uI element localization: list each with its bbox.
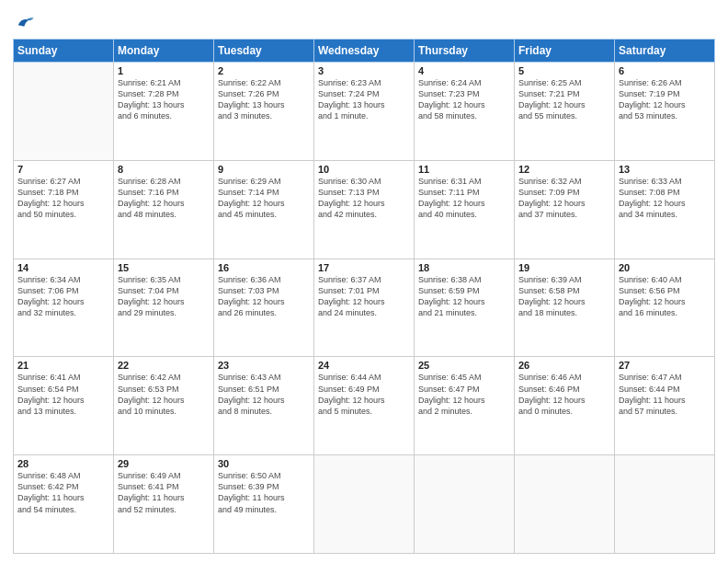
calendar-cell: 2Sunrise: 6:22 AM Sunset: 7:26 PM Daylig… — [214, 63, 314, 161]
calendar-cell: 4Sunrise: 6:24 AM Sunset: 7:23 PM Daylig… — [415, 63, 515, 161]
calendar-week-3: 14Sunrise: 6:34 AM Sunset: 7:06 PM Dayli… — [14, 259, 715, 357]
cell-day-number: 19 — [518, 262, 610, 273]
calendar-cell: 23Sunrise: 6:43 AM Sunset: 6:51 PM Dayli… — [214, 357, 314, 455]
cell-day-number: 23 — [218, 360, 310, 371]
cell-info: Sunrise: 6:50 AM Sunset: 6:39 PM Dayligh… — [218, 470, 310, 515]
calendar-cell — [314, 455, 415, 554]
calendar-cell — [615, 455, 715, 554]
calendar-week-4: 21Sunrise: 6:41 AM Sunset: 6:54 PM Dayli… — [14, 357, 715, 455]
cell-info: Sunrise: 6:46 AM Sunset: 6:46 PM Dayligh… — [518, 372, 610, 417]
calendar-cell: 18Sunrise: 6:38 AM Sunset: 6:59 PM Dayli… — [415, 259, 515, 357]
cell-day-number: 18 — [418, 262, 510, 273]
header-row — [13, 9, 715, 33]
cell-day-number: 14 — [17, 262, 109, 273]
cell-day-number: 20 — [619, 262, 711, 273]
cell-day-number: 29 — [118, 458, 210, 469]
cell-info: Sunrise: 6:28 AM Sunset: 7:16 PM Dayligh… — [118, 176, 210, 221]
cell-day-number: 12 — [518, 164, 610, 175]
cell-info: Sunrise: 6:39 AM Sunset: 6:58 PM Dayligh… — [518, 274, 610, 319]
calendar-cell — [415, 455, 515, 554]
cell-day-number: 26 — [518, 360, 610, 371]
cell-day-number: 11 — [418, 164, 510, 175]
calendar-cell: 1Sunrise: 6:21 AM Sunset: 7:28 PM Daylig… — [114, 63, 214, 161]
cell-info: Sunrise: 6:26 AM Sunset: 7:19 PM Dayligh… — [619, 77, 711, 122]
cell-info: Sunrise: 6:49 AM Sunset: 6:41 PM Dayligh… — [118, 470, 210, 515]
calendar-header-tuesday: Tuesday — [214, 40, 314, 63]
cell-day-number: 8 — [118, 164, 210, 175]
calendar-cell: 7Sunrise: 6:27 AM Sunset: 7:18 PM Daylig… — [14, 160, 114, 259]
calendar-cell: 14Sunrise: 6:34 AM Sunset: 7:06 PM Dayli… — [14, 259, 114, 357]
cell-day-number: 16 — [218, 262, 310, 273]
cell-day-number: 5 — [518, 65, 610, 76]
calendar-cell: 24Sunrise: 6:44 AM Sunset: 6:49 PM Dayli… — [314, 357, 415, 455]
cell-info: Sunrise: 6:36 AM Sunset: 7:03 PM Dayligh… — [218, 274, 310, 319]
calendar-cell: 16Sunrise: 6:36 AM Sunset: 7:03 PM Dayli… — [214, 259, 314, 357]
calendar-header-monday: Monday — [114, 40, 214, 63]
cell-info: Sunrise: 6:38 AM Sunset: 6:59 PM Dayligh… — [418, 274, 510, 319]
cell-day-number: 7 — [17, 164, 109, 175]
cell-day-number: 27 — [619, 360, 711, 371]
cell-info: Sunrise: 6:40 AM Sunset: 6:56 PM Dayligh… — [619, 274, 711, 319]
calendar-header-row: SundayMondayTuesdayWednesdayThursdayFrid… — [14, 40, 715, 63]
calendar-cell: 11Sunrise: 6:31 AM Sunset: 7:11 PM Dayli… — [415, 160, 515, 259]
calendar-header-saturday: Saturday — [615, 40, 715, 63]
calendar-cell: 27Sunrise: 6:47 AM Sunset: 6:44 PM Dayli… — [615, 357, 715, 455]
cell-day-number: 1 — [118, 65, 210, 76]
calendar-cell: 25Sunrise: 6:45 AM Sunset: 6:47 PM Dayli… — [415, 357, 515, 455]
cell-info: Sunrise: 6:30 AM Sunset: 7:13 PM Dayligh… — [318, 176, 410, 221]
calendar-cell: 22Sunrise: 6:42 AM Sunset: 6:53 PM Dayli… — [114, 357, 214, 455]
cell-day-number: 21 — [17, 360, 109, 371]
cell-day-number: 2 — [218, 65, 310, 76]
calendar-header-friday: Friday — [515, 40, 615, 63]
logo — [13, 13, 35, 33]
calendar-week-2: 7Sunrise: 6:27 AM Sunset: 7:18 PM Daylig… — [14, 160, 715, 259]
cell-info: Sunrise: 6:45 AM Sunset: 6:47 PM Dayligh… — [418, 372, 510, 417]
calendar-cell: 15Sunrise: 6:35 AM Sunset: 7:04 PM Dayli… — [114, 259, 214, 357]
cell-day-number: 4 — [418, 65, 510, 76]
cell-day-number: 28 — [17, 458, 109, 469]
calendar-cell: 20Sunrise: 6:40 AM Sunset: 6:56 PM Dayli… — [615, 259, 715, 357]
cell-info: Sunrise: 6:33 AM Sunset: 7:08 PM Dayligh… — [619, 176, 711, 221]
calendar-cell — [515, 455, 615, 554]
cell-info: Sunrise: 6:41 AM Sunset: 6:54 PM Dayligh… — [17, 372, 109, 417]
cell-info: Sunrise: 6:27 AM Sunset: 7:18 PM Dayligh… — [17, 176, 109, 221]
cell-info: Sunrise: 6:25 AM Sunset: 7:21 PM Dayligh… — [518, 77, 610, 122]
cell-info: Sunrise: 6:48 AM Sunset: 6:42 PM Dayligh… — [17, 470, 109, 515]
cell-day-number: 9 — [218, 164, 310, 175]
calendar-header-thursday: Thursday — [415, 40, 515, 63]
cell-day-number: 17 — [318, 262, 410, 273]
calendar-cell: 5Sunrise: 6:25 AM Sunset: 7:21 PM Daylig… — [515, 63, 615, 161]
calendar-cell: 28Sunrise: 6:48 AM Sunset: 6:42 PM Dayli… — [14, 455, 114, 554]
calendar-week-5: 28Sunrise: 6:48 AM Sunset: 6:42 PM Dayli… — [14, 455, 715, 554]
calendar-header-sunday: Sunday — [14, 40, 114, 63]
calendar-cell: 26Sunrise: 6:46 AM Sunset: 6:46 PM Dayli… — [515, 357, 615, 455]
cell-day-number: 6 — [619, 65, 711, 76]
calendar-cell: 10Sunrise: 6:30 AM Sunset: 7:13 PM Dayli… — [314, 160, 415, 259]
calendar-cell: 17Sunrise: 6:37 AM Sunset: 7:01 PM Dayli… — [314, 259, 415, 357]
cell-day-number: 30 — [218, 458, 310, 469]
cell-day-number: 22 — [118, 360, 210, 371]
page: SundayMondayTuesdayWednesdayThursdayFrid… — [0, 0, 728, 563]
cell-info: Sunrise: 6:24 AM Sunset: 7:23 PM Dayligh… — [418, 77, 510, 122]
calendar-week-1: 1Sunrise: 6:21 AM Sunset: 7:28 PM Daylig… — [14, 63, 715, 161]
logo-bird-icon — [15, 13, 35, 33]
cell-info: Sunrise: 6:23 AM Sunset: 7:24 PM Dayligh… — [318, 77, 410, 122]
calendar-cell: 9Sunrise: 6:29 AM Sunset: 7:14 PM Daylig… — [214, 160, 314, 259]
cell-info: Sunrise: 6:44 AM Sunset: 6:49 PM Dayligh… — [318, 372, 410, 417]
calendar-cell: 8Sunrise: 6:28 AM Sunset: 7:16 PM Daylig… — [114, 160, 214, 259]
cell-info: Sunrise: 6:47 AM Sunset: 6:44 PM Dayligh… — [619, 372, 711, 417]
cell-info: Sunrise: 6:42 AM Sunset: 6:53 PM Dayligh… — [118, 372, 210, 417]
calendar-cell: 3Sunrise: 6:23 AM Sunset: 7:24 PM Daylig… — [314, 63, 415, 161]
cell-info: Sunrise: 6:43 AM Sunset: 6:51 PM Dayligh… — [218, 372, 310, 417]
cell-info: Sunrise: 6:35 AM Sunset: 7:04 PM Dayligh… — [118, 274, 210, 319]
cell-info: Sunrise: 6:29 AM Sunset: 7:14 PM Dayligh… — [218, 176, 310, 221]
calendar-table: SundayMondayTuesdayWednesdayThursdayFrid… — [13, 39, 715, 554]
calendar-cell: 12Sunrise: 6:32 AM Sunset: 7:09 PM Dayli… — [515, 160, 615, 259]
calendar-cell: 13Sunrise: 6:33 AM Sunset: 7:08 PM Dayli… — [615, 160, 715, 259]
calendar-cell: 30Sunrise: 6:50 AM Sunset: 6:39 PM Dayli… — [214, 455, 314, 554]
cell-day-number: 13 — [619, 164, 711, 175]
cell-info: Sunrise: 6:34 AM Sunset: 7:06 PM Dayligh… — [17, 274, 109, 319]
cell-info: Sunrise: 6:21 AM Sunset: 7:28 PM Dayligh… — [118, 77, 210, 122]
cell-info: Sunrise: 6:37 AM Sunset: 7:01 PM Dayligh… — [318, 274, 410, 319]
calendar-header-wednesday: Wednesday — [314, 40, 415, 63]
